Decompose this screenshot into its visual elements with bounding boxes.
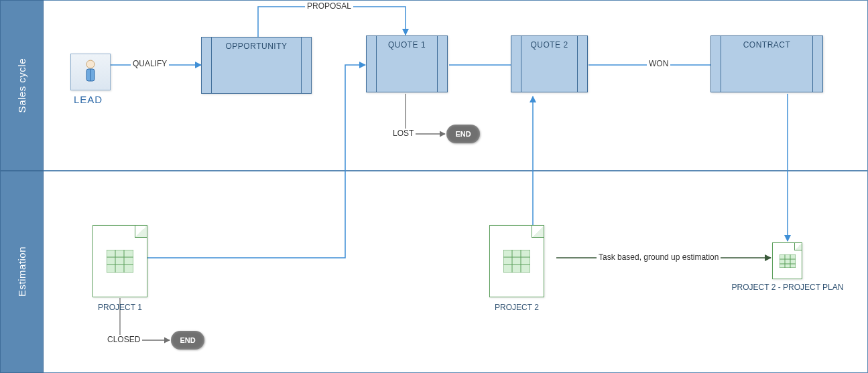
node-contract: CONTRACT	[710, 35, 823, 92]
node-projectplan	[772, 242, 802, 279]
svg-rect-8	[503, 250, 530, 273]
node-opportunity-label: OPPORTUNITY	[202, 38, 311, 51]
node-projectplan-label: PROJECT 2 - PROJECT PLAN	[721, 283, 855, 292]
svg-point-0	[86, 60, 95, 68]
node-end-lost-label: END	[455, 130, 471, 138]
edge-label-won: WON	[647, 59, 670, 68]
svg-rect-13	[780, 254, 796, 268]
node-opportunity: OPPORTUNITY	[201, 37, 312, 94]
diagram-canvas: Sales cycle Estimation	[0, 0, 868, 373]
node-project2	[489, 225, 544, 297]
node-quote1: QUOTE 1	[366, 35, 448, 92]
node-end-closed: END	[171, 331, 204, 350]
lane-header-estimation: Estimation	[0, 171, 44, 373]
node-end-lost: END	[446, 125, 480, 143]
lane-header-sales: Sales cycle	[0, 0, 44, 171]
node-contract-label: CONTRACT	[711, 36, 822, 50]
edge-label-qualify: QUALIFY	[131, 59, 169, 68]
node-quote2-label: QUOTE 2	[511, 36, 587, 50]
node-project2-label: PROJECT 2	[450, 303, 584, 312]
node-quote1-label: QUOTE 1	[367, 36, 447, 50]
lane-body-estimation	[44, 171, 868, 373]
lane-header-estimation-label: Estimation	[16, 246, 27, 297]
edge-label-proposal: PROPOSAL	[305, 1, 353, 11]
lead-actor-icon	[70, 54, 111, 90]
edge-label-lost: LOST	[391, 129, 416, 138]
node-end-closed-label: END	[180, 336, 195, 344]
svg-rect-3	[107, 250, 133, 273]
edge-label-closed: CLOSED	[105, 335, 142, 344]
lead-label: LEAD	[74, 94, 103, 105]
node-quote2: QUOTE 2	[511, 35, 588, 92]
node-project1-label: PROJECT 1	[53, 303, 187, 312]
edge-label-taskbased: Task based, ground up estimation	[597, 252, 721, 262]
node-project1	[92, 225, 147, 297]
lane-header-sales-label: Sales cycle	[16, 58, 27, 113]
